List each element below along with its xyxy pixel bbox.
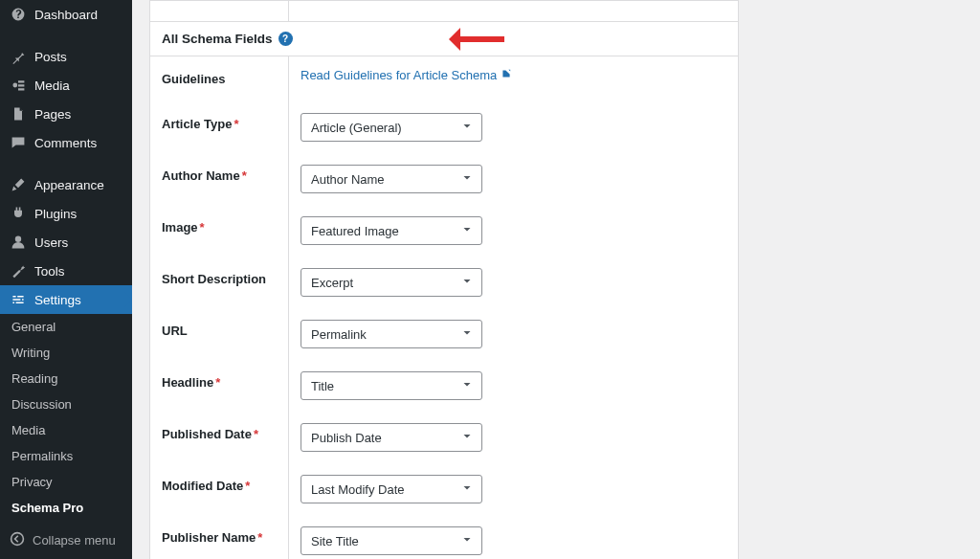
sidebar-item-dashboard[interactable]: Dashboard — [0, 0, 132, 29]
chevron-down-icon — [460, 120, 474, 136]
panel-top-strip — [149, 0, 739, 21]
select-short-description[interactable]: Excerpt — [301, 268, 482, 297]
sidebar-item-plugins[interactable]: Plugins — [0, 199, 132, 228]
row-headline: Headline* Title — [150, 360, 738, 412]
sidebar-item-label: Appearance — [34, 178, 104, 192]
label-image: Image — [162, 220, 198, 235]
row-published-date: Published Date* Publish Date — [150, 412, 738, 463]
schema-fields-panel: All Schema Fields ? Guidelines Read Guid… — [149, 21, 739, 559]
guidelines-link[interactable]: Read Guidelines for Article Schema — [301, 68, 512, 82]
sidebar-item-pages[interactable]: Pages — [0, 100, 132, 128]
select-value: Site Title — [311, 534, 359, 548]
label-publisher-name: Publisher Name — [162, 530, 256, 545]
chevron-down-icon — [460, 430, 474, 446]
select-published-date[interactable]: Publish Date — [301, 423, 482, 452]
pin-icon — [10, 49, 27, 64]
sidebar-item-appearance[interactable]: Appearance — [0, 170, 132, 199]
select-value: Article (General) — [311, 121, 402, 135]
label-headline: Headline — [162, 375, 213, 390]
row-modified-date: Modified Date* Last Modify Date — [150, 463, 738, 515]
row-short-description: Short Description Excerpt — [150, 257, 738, 308]
sidebar-item-label: Tools — [34, 264, 65, 279]
select-value: Permalink — [311, 327, 367, 342]
select-value: Title — [311, 379, 334, 393]
sidebar-item-label: Media — [34, 78, 70, 93]
svg-point-2 — [11, 533, 24, 546]
sidebar-item-label: Settings — [34, 293, 81, 307]
chevron-down-icon — [460, 171, 474, 188]
collapse-label: Collapse menu — [33, 533, 116, 548]
label-guidelines: Guidelines — [150, 56, 289, 101]
select-author-name[interactable]: Author Name — [301, 165, 482, 193]
sidebar-item-users[interactable]: Users — [0, 228, 132, 257]
external-link-icon — [501, 68, 512, 82]
main-content: All Schema Fields ? Guidelines Read Guid… — [132, 0, 980, 559]
settings-sub-media[interactable]: Media — [0, 417, 132, 443]
user-icon — [10, 235, 27, 250]
sidebar-item-label: Users — [34, 235, 68, 250]
required-marker: * — [254, 427, 258, 441]
row-publisher-name: Publisher Name* Site Title — [150, 515, 738, 559]
help-icon[interactable]: ? — [278, 32, 293, 46]
sidebar-item-comments[interactable]: Comments — [0, 128, 132, 157]
plug-icon — [10, 206, 27, 221]
sidebar-item-posts[interactable]: Posts — [0, 42, 132, 71]
required-marker: * — [245, 479, 250, 493]
chevron-down-icon — [460, 275, 474, 291]
svg-point-0 — [12, 83, 17, 88]
label-url: URL — [162, 324, 188, 338]
panel-header: All Schema Fields ? — [150, 22, 738, 56]
settings-sub-general[interactable]: General — [0, 314, 132, 340]
label-short-description: Short Description — [162, 272, 266, 286]
select-value: Author Name — [311, 172, 385, 187]
svg-point-1 — [15, 236, 21, 242]
sidebar-item-tools[interactable]: Tools — [0, 257, 132, 285]
settings-sub-discussion[interactable]: Discussion — [0, 391, 132, 417]
chevron-down-icon — [460, 378, 474, 394]
sidebar-item-label: Pages — [34, 107, 71, 122]
select-image[interactable]: Featured Image — [301, 216, 482, 245]
dashboard-icon — [10, 7, 27, 22]
collapse-menu[interactable]: Collapse menu — [0, 522, 132, 559]
row-author-name: Author Name* Author Name — [150, 153, 738, 205]
sidebar-item-label: Comments — [34, 136, 97, 150]
comment-icon — [10, 135, 27, 150]
label-author-name: Author Name — [162, 168, 240, 183]
sidebar-item-media[interactable]: Media — [0, 71, 132, 100]
required-marker: * — [215, 375, 220, 390]
chevron-down-icon — [460, 326, 474, 343]
select-article-type[interactable]: Article (General) — [301, 113, 482, 142]
select-headline[interactable]: Title — [301, 371, 482, 400]
label-article-type: Article Type — [162, 117, 232, 131]
select-value: Excerpt — [311, 276, 353, 290]
sidebar-item-label: Plugins — [34, 207, 77, 221]
row-guidelines: Guidelines Read Guidelines for Article S… — [150, 56, 738, 101]
collapse-icon — [10, 531, 25, 549]
sidebar-item-settings[interactable]: Settings — [0, 285, 132, 314]
wrench-icon — [10, 263, 27, 279]
select-publisher-name[interactable]: Site Title — [301, 526, 482, 555]
required-marker: * — [234, 117, 238, 131]
select-value: Featured Image — [311, 224, 399, 238]
sliders-icon — [10, 292, 27, 307]
select-url[interactable]: Permalink — [301, 320, 482, 348]
select-modified-date[interactable]: Last Modify Date — [301, 475, 482, 503]
label-published-date: Published Date — [162, 427, 252, 441]
row-url: URL Permalink — [150, 308, 738, 360]
chevron-down-icon — [460, 533, 474, 549]
select-value: Last Modify Date — [311, 482, 405, 497]
select-value: Publish Date — [311, 431, 382, 445]
settings-sub-permalinks[interactable]: Permalinks — [0, 443, 132, 469]
required-marker: * — [200, 220, 205, 235]
page-icon — [10, 106, 27, 122]
sidebar-item-label: Posts — [34, 50, 67, 64]
chevron-down-icon — [460, 481, 474, 498]
settings-sub-writing[interactable]: Writing — [0, 340, 132, 366]
settings-sub-schema-pro[interactable]: Schema Pro — [0, 495, 132, 521]
settings-sub-privacy[interactable]: Privacy — [0, 469, 132, 495]
panel-title: All Schema Fields — [162, 32, 273, 46]
settings-sub-reading[interactable]: Reading — [0, 366, 132, 391]
required-marker: * — [242, 168, 247, 183]
annotation-arrow — [437, 28, 504, 51]
row-article-type: Article Type* Article (General) — [150, 101, 738, 153]
